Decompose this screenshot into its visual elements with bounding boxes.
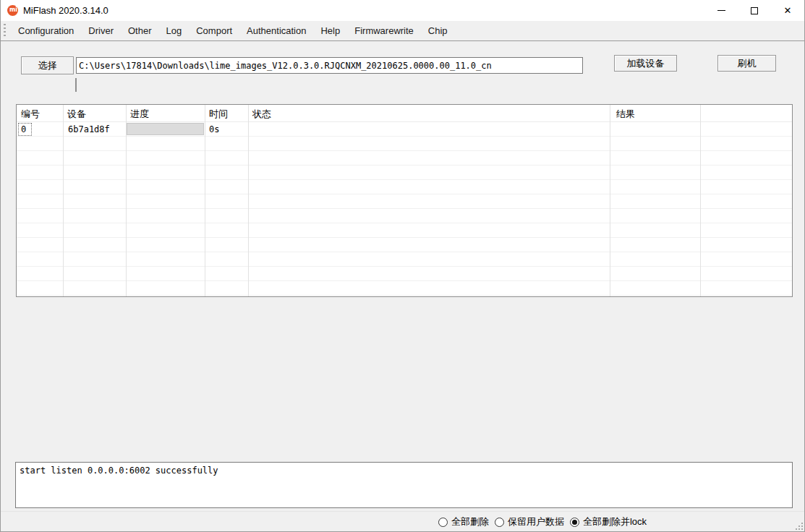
- log-output[interactable]: start listen 0.0.0.0:6002 successfully: [15, 462, 793, 508]
- load-device-button[interactable]: 加载设备: [614, 55, 677, 72]
- column-divider: [700, 105, 701, 296]
- footer-bar: 全部删除 保留用户数据 全部删除并lock: [1, 512, 804, 532]
- close-icon: ✕: [784, 6, 792, 15]
- radio-clean-all[interactable]: 全部删除: [438, 515, 489, 528]
- firmware-path-input[interactable]: [76, 57, 583, 74]
- window-title: MiFlash 2020.3.14.0: [23, 5, 108, 16]
- column-header-id[interactable]: 编号: [17, 105, 40, 121]
- radio-icon: [438, 518, 448, 527]
- column-header-time[interactable]: 时间: [205, 105, 228, 121]
- maximize-button[interactable]: [738, 0, 771, 21]
- menu-bar: Configuration Driver Other Log Comport A…: [1, 21, 804, 41]
- menu-items: Configuration Driver Other Log Comport A…: [11, 22, 455, 40]
- header-separator: [17, 121, 792, 122]
- close-button[interactable]: ✕: [771, 0, 804, 21]
- title-bar: mi MiFlash 2020.3.14.0 ✕: [1, 0, 804, 21]
- radio-clean-all-and-lock[interactable]: 全部删除并lock: [570, 515, 647, 528]
- maximize-icon: [751, 7, 758, 14]
- menu-help[interactable]: Help: [313, 22, 347, 40]
- minimize-button[interactable]: [704, 0, 738, 21]
- radio-icon: [570, 518, 579, 527]
- device-table[interactable]: 编号 设备 进度 时间 状态 结果 0 6b7a1d8f 0s: [16, 104, 793, 297]
- column-divider: [205, 105, 205, 296]
- column-header-result[interactable]: 结果: [610, 105, 635, 121]
- menu-firmwarewrite[interactable]: Firmwarewrite: [347, 22, 421, 40]
- splitter-tick: [75, 78, 77, 92]
- menu-comport[interactable]: Comport: [189, 22, 239, 40]
- menu-other[interactable]: Other: [121, 22, 159, 40]
- menu-log[interactable]: Log: [159, 22, 189, 40]
- column-divider: [248, 105, 249, 296]
- table-row-gridlines: [17, 121, 792, 296]
- column-divider: [610, 105, 610, 296]
- resize-grip[interactable]: [796, 523, 803, 530]
- menu-configuration[interactable]: Configuration: [11, 22, 81, 40]
- menu-chip[interactable]: Chip: [421, 22, 455, 40]
- column-divider: [63, 105, 64, 296]
- column-header-status[interactable]: 状态: [248, 105, 271, 121]
- row-id-cell[interactable]: 0: [18, 123, 32, 136]
- flash-button[interactable]: 刷机: [717, 55, 776, 72]
- flash-option-radios: 全部删除 保留用户数据 全部删除并lock: [438, 515, 647, 528]
- row-progress-bar: [127, 123, 204, 135]
- row-device-cell: 6b7a1d8f: [68, 124, 110, 134]
- menu-grip-handle[interactable]: [4, 24, 6, 38]
- radio-icon: [495, 518, 504, 527]
- miflash-window: mi MiFlash 2020.3.14.0 ✕ Configuration D…: [0, 0, 805, 532]
- radio-save-user-data[interactable]: 保留用户数据: [495, 515, 564, 528]
- column-header-device[interactable]: 设备: [63, 105, 86, 121]
- log-line: start listen 0.0.0.0:6002 successfully: [20, 466, 788, 476]
- column-header-progress[interactable]: 进度: [126, 105, 149, 121]
- minimize-icon: [717, 10, 725, 11]
- menu-authentication[interactable]: Authentication: [239, 22, 313, 40]
- row-time-cell: 0s: [209, 124, 219, 134]
- select-folder-button[interactable]: 选择: [21, 56, 74, 74]
- mi-logo-icon: mi: [7, 5, 18, 16]
- window-controls: ✕: [704, 0, 804, 21]
- menu-driver[interactable]: Driver: [81, 22, 121, 40]
